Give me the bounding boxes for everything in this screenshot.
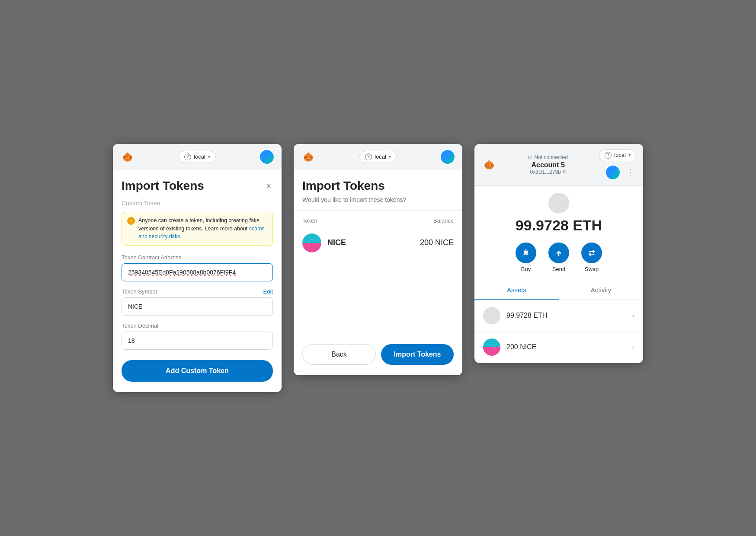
nice-token-name: NICE (327, 238, 346, 247)
nice-chevron: › (632, 343, 634, 351)
asset-list: 99.9728 ETH › (474, 300, 643, 363)
network-chevron-3: ▾ (628, 153, 631, 157)
nice-token-balance: 200 NICE (420, 238, 454, 247)
swap-icon-circle (581, 242, 602, 263)
close-button-1[interactable]: × (264, 180, 273, 192)
network-avatar-3 (605, 165, 621, 180)
eth-chevron: › (632, 312, 634, 319)
add-custom-token-button[interactable]: Add Custom Token (122, 360, 273, 382)
screen1-title: Import Tokens (122, 179, 204, 193)
warning-icon: i (127, 217, 135, 225)
import-tokens-button[interactable]: Import Tokens (381, 344, 454, 365)
screen2-title: Import Tokens (302, 179, 454, 193)
help-icon-3: ? (605, 152, 612, 159)
divider-1 (294, 210, 462, 211)
network-label-2: local (375, 153, 386, 160)
swap-icon (587, 249, 596, 257)
screen1-body: Import Tokens × Custom Token i Anyone ca… (113, 170, 282, 392)
eth-asset-icon (483, 307, 500, 324)
header-1: ? local ▾ (113, 144, 282, 170)
svg-point-31 (490, 166, 491, 167)
token-info-nice: NICE (302, 233, 346, 252)
screen-3: Not connected Account 5 0x8D1...279b ⧉ ?… (474, 144, 643, 363)
buy-icon-circle (516, 242, 536, 263)
network-label-3: local (614, 152, 626, 158)
not-connected-status: Not connected (528, 154, 567, 160)
more-options-button[interactable]: ⋮ (624, 166, 636, 179)
account-avatar (548, 193, 569, 214)
symbol-field-label: Token Symbol Edit (122, 288, 273, 295)
activity-tab[interactable]: Activity (559, 281, 643, 300)
account-name: Account 5 (531, 161, 564, 169)
header-3: Not connected Account 5 0x8D1...279b ⧉ ?… (474, 144, 643, 186)
network-chevron-1: ▾ (208, 154, 210, 159)
tabs-row: Assets Activity (474, 281, 643, 300)
send-icon (554, 249, 563, 257)
back-button[interactable]: Back (302, 344, 376, 365)
help-icon-2: ? (365, 153, 372, 160)
svg-point-9 (129, 158, 130, 159)
send-button[interactable]: Send (548, 242, 569, 272)
send-label: Send (552, 266, 565, 272)
copy-address-icon[interactable]: ⧉ (563, 169, 566, 175)
nice-asset-icon (483, 338, 500, 356)
account-address: 0x8D1...279b ⧉ (530, 169, 566, 175)
address-field-label: Token Contract Address (122, 254, 273, 261)
token-decimal-input[interactable] (122, 332, 273, 350)
metamask-fox-logo-3 (481, 157, 497, 172)
screen2-footer: Back Import Tokens (302, 344, 454, 365)
swap-label: Swap (585, 266, 599, 272)
col-balance: Balance (433, 217, 454, 224)
custom-token-label: Custom Token (122, 200, 273, 207)
title-row-1: Import Tokens × (122, 179, 273, 193)
nice-asset-left: 200 NICE (483, 338, 536, 356)
buy-label: Buy (521, 266, 531, 272)
nice-asset-row[interactable]: 200 NICE › (474, 332, 643, 363)
eth-asset-row[interactable]: 99.9728 ETH › (474, 300, 643, 332)
network-selector-3[interactable]: ? local ▾ (599, 149, 636, 161)
nice-asset-name: 200 NICE (506, 343, 536, 351)
col-token: Token (302, 217, 317, 224)
svg-point-30 (487, 166, 488, 167)
network-chevron-2: ▾ (389, 154, 391, 159)
warning-text: Anyone can create a token, including cre… (138, 217, 267, 241)
eth-asset-left: 99.9728 ETH (483, 307, 547, 324)
metamask-fox-logo-2 (301, 149, 316, 165)
action-buttons: Buy Send (481, 242, 636, 272)
network-avatar-1 (259, 149, 275, 165)
send-icon-circle (548, 242, 569, 263)
screen2-body: Import Tokens Would you like to import t… (294, 170, 462, 375)
network-selector-1[interactable]: ? local ▾ (179, 151, 216, 163)
network-selector-2[interactable]: ? local ▾ (359, 151, 397, 163)
buy-button[interactable]: Buy (516, 242, 536, 272)
network-avatar-2 (440, 149, 455, 165)
svg-point-19 (310, 158, 311, 159)
help-icon-1: ? (184, 153, 191, 160)
network-label-1: local (194, 153, 205, 160)
header-2: ? local ▾ (294, 144, 462, 170)
decimal-field-label: Token Decimal (122, 322, 273, 329)
eth-asset-name: 99.9728 ETH (506, 312, 547, 319)
screen-2: ? local ▾ Import Tokens Would you like t… (294, 144, 462, 375)
edit-symbol-button[interactable]: Edit (263, 288, 273, 295)
swap-button[interactable]: Swap (581, 242, 602, 272)
screen2-subtitle: Would you like to import these tokens? (302, 196, 454, 203)
token-row-nice: NICE 200 NICE (302, 228, 454, 258)
assets-tab[interactable]: Assets (474, 281, 559, 300)
warning-box: i Anyone can create a token, including c… (122, 212, 273, 246)
eth-balance: 99.9728 ETH (481, 217, 636, 234)
not-connected-dot (528, 156, 532, 159)
token-symbol-input[interactable] (122, 297, 273, 316)
metamask-fox-logo (120, 149, 135, 165)
svg-point-18 (307, 158, 308, 159)
svg-point-8 (126, 158, 127, 159)
screens-container: ? local ▾ Import Tokens × Custom Token i… (113, 144, 643, 392)
token-address-input[interactable] (122, 263, 273, 281)
screen-1: ? local ▾ Import Tokens × Custom Token i… (113, 144, 282, 392)
buy-icon (522, 249, 530, 257)
account-body: 99.9728 ETH Buy (474, 186, 643, 363)
token-table-header: Token Balance (302, 217, 454, 228)
nice-token-icon (302, 233, 321, 252)
